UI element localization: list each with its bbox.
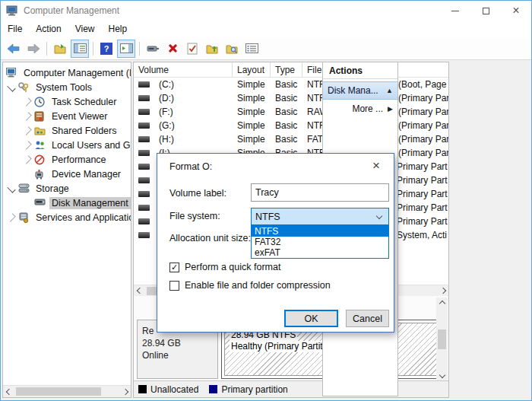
- menu-view[interactable]: View: [68, 21, 102, 37]
- column-header-volume[interactable]: Volume: [134, 62, 233, 77]
- expander-collapsed-icon[interactable]: [7, 213, 15, 221]
- task-scheduler-icon: [34, 97, 46, 107]
- menu-help[interactable]: Help: [102, 21, 135, 37]
- minimize-button[interactable]: [440, 1, 470, 21]
- toolbar-separator: [93, 42, 93, 56]
- volume-icon: [138, 232, 150, 238]
- sidebar-item-device-manager[interactable]: Device Manager: [3, 167, 131, 181]
- folder-search-icon[interactable]: [223, 40, 241, 58]
- volume-row[interactable]: (C:) Simple Basic NTFS Healthy (Boot, Pa…: [134, 78, 448, 91]
- column-header-layout[interactable]: Layout: [233, 62, 271, 77]
- compression-checkbox[interactable]: [169, 281, 179, 291]
- services-icon: [18, 212, 30, 223]
- forward-icon[interactable]: [24, 40, 43, 58]
- computer-management-window: Computer Management × File Action View H…: [0, 0, 532, 401]
- folder-up-icon[interactable]: [203, 40, 221, 58]
- titlebar: Computer Management ×: [1, 1, 531, 21]
- compression-label: Enable file and folder compression: [185, 280, 331, 291]
- volume-row[interactable]: (D:) Simple Basic NTFS Healthy (Primary …: [134, 91, 448, 105]
- sidebar-item-performance[interactable]: Performance: [3, 152, 131, 167]
- chevron-down-icon[interactable]: [376, 212, 382, 218]
- collapse-up-icon[interactable]: ▲: [386, 87, 393, 94]
- file-system-label: File system:: [169, 211, 220, 221]
- sidebar-item-shared-folders[interactable]: Shared Folders: [3, 123, 131, 138]
- volume-row[interactable]: (F:) Simple Basic RAW Healthy (Primary P…: [134, 105, 448, 119]
- volume-icon: [138, 81, 150, 88]
- maximize-button[interactable]: [470, 1, 501, 21]
- sidebar-item-system-tools[interactable]: System Tools: [3, 80, 131, 94]
- volume-icon: [138, 136, 150, 142]
- sidebar-item-task-scheduler[interactable]: Task Scheduler: [3, 94, 131, 109]
- actions-item-disk-management[interactable]: Disk Mana... ▲: [323, 81, 397, 100]
- check-document-icon[interactable]: [183, 40, 201, 58]
- sidebar-item-storage[interactable]: Storage: [3, 181, 131, 196]
- dropdown-option-fat32[interactable]: FAT32: [252, 237, 388, 247]
- scrollbar-thumb[interactable]: [16, 387, 101, 396]
- expander-collapsed-icon[interactable]: [23, 97, 31, 106]
- device-manager-icon: [34, 169, 46, 180]
- disk-size: 28.94 GB: [142, 337, 217, 349]
- sidebar-item-disk-management[interactable]: Disk Management: [3, 196, 131, 210]
- scroll-left-icon[interactable]: [134, 285, 145, 297]
- sidebar-item-computer-management[interactable]: Computer Management (L: [3, 65, 131, 80]
- app-icon: [6, 5, 18, 16]
- file-system-dropdown: NTFS FAT32 exFAT: [251, 225, 389, 259]
- dialog-close-icon[interactable]: ×: [366, 157, 386, 175]
- properties-list-icon[interactable]: [242, 40, 261, 58]
- sidebar-item-label: Device Manager: [49, 168, 123, 180]
- cell-volume: (F:): [154, 107, 233, 117]
- close-button[interactable]: ×: [501, 1, 531, 21]
- back-icon[interactable]: [5, 40, 23, 58]
- scroll-left-icon[interactable]: [3, 386, 14, 397]
- unallocated-swatch: [138, 385, 147, 393]
- scroll-up-icon[interactable]: [436, 298, 448, 309]
- volume-icon: [138, 218, 150, 224]
- sidebar-item-services-and-applications[interactable]: Services and Applicatio: [3, 210, 131, 224]
- device-icon[interactable]: [144, 40, 162, 58]
- tree-horizontal-scrollbar[interactable]: [3, 385, 131, 397]
- expander-collapsed-icon[interactable]: [23, 155, 31, 164]
- help-icon[interactable]: ?: [97, 40, 116, 58]
- delete-icon[interactable]: [163, 40, 182, 58]
- legend-label: Unallocated: [150, 384, 198, 395]
- sidebar-item-event-viewer[interactable]: Event Viewer: [3, 109, 131, 123]
- scrollbar-thumb[interactable]: [438, 329, 446, 349]
- volume-row[interactable]: (G:) Simple Basic NTFS Healthy (Primary …: [134, 119, 448, 132]
- combobox-value: NTFS: [255, 212, 280, 222]
- sidebar-item-label: Services and Applicatio: [33, 212, 131, 224]
- volume-label-input[interactable]: [251, 183, 389, 202]
- show-action-pane-icon[interactable]: [117, 40, 135, 58]
- export-folder-icon[interactable]: [51, 40, 69, 58]
- file-system-combobox[interactable]: NTFS: [251, 208, 389, 225]
- scroll-down-icon[interactable]: [436, 369, 448, 380]
- menu-action[interactable]: Action: [29, 21, 68, 37]
- expander-collapsed-icon[interactable]: [23, 112, 31, 120]
- expander-collapsed-icon[interactable]: [23, 141, 31, 149]
- volume-row[interactable]: (H:) Simple Basic FAT32 Healthy (Primary…: [134, 132, 448, 146]
- ok-button[interactable]: OK: [284, 310, 338, 327]
- column-header-type[interactable]: Type: [271, 62, 302, 77]
- expander-expanded-icon[interactable]: [7, 83, 15, 91]
- toolbar: ?: [1, 37, 531, 60]
- actions-item-more[interactable]: More ... ▶: [323, 100, 397, 118]
- scroll-right-icon[interactable]: [119, 386, 131, 397]
- graph-vertical-scrollbar[interactable]: [436, 298, 448, 380]
- expander-collapsed-icon[interactable]: [23, 126, 31, 135]
- expand-right-icon[interactable]: ▶: [388, 105, 393, 113]
- menu-file[interactable]: File: [1, 21, 29, 37]
- expander-expanded-icon[interactable]: [7, 184, 15, 193]
- cell-type: Basic: [271, 120, 302, 131]
- cell-type: Basic: [271, 93, 302, 103]
- cancel-button[interactable]: Cancel: [346, 310, 389, 327]
- show-console-tree-icon[interactable]: [71, 40, 89, 58]
- sidebar-item-label: Shared Folders: [49, 125, 119, 137]
- volume-icon: [138, 191, 150, 197]
- sidebar-item-local-users-and-groups[interactable]: Local Users and Gro: [3, 138, 131, 152]
- volume-icon: [138, 95, 150, 101]
- storage-icon: [18, 183, 30, 194]
- scroll-right-icon[interactable]: [437, 285, 448, 297]
- shared-folders-icon: [34, 126, 46, 136]
- dropdown-option-exfat[interactable]: exFAT: [252, 247, 388, 258]
- dropdown-option-ntfs[interactable]: NTFS: [252, 226, 388, 237]
- quick-format-checkbox[interactable]: ✓: [169, 263, 179, 272]
